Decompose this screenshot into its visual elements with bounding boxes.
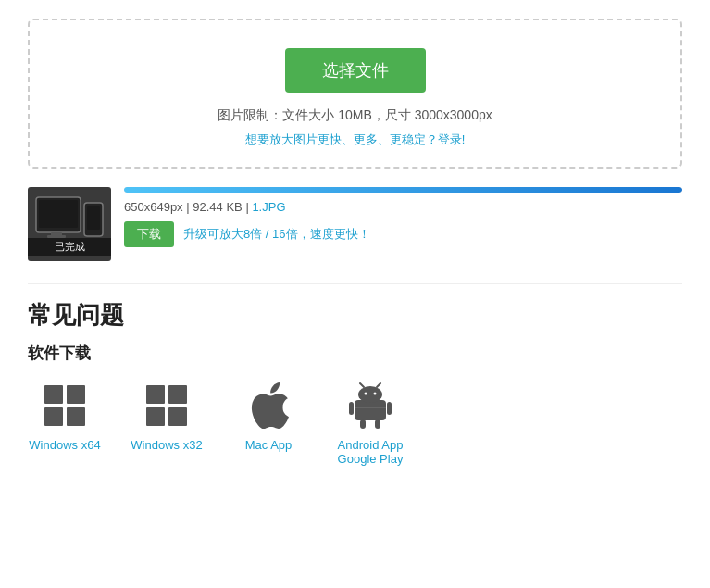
android-app-label: Android App Google Play [338,438,404,466]
svg-rect-1 [39,200,78,228]
svg-point-8 [365,393,367,395]
windows-x32-icon [142,381,192,431]
file-meta: 650x649px | 92.44 KB | 1.JPG [124,200,682,214]
svg-rect-12 [349,402,354,415]
download-button[interactable]: 下载 [124,221,174,247]
file-name-link[interactable]: 1.JPG [252,200,285,214]
svg-point-7 [358,386,382,403]
app-item-windows-x32[interactable]: Windows x32 [130,381,204,452]
page-wrapper: 选择文件 图片限制：文件大小 10MB，尺寸 3000x3000px 想要放大图… [0,0,710,588]
windows-x32-label: Windows x32 [131,438,202,452]
mac-app-label: Mac App [245,438,293,452]
upload-login-link[interactable]: 想要放大图片更快、更多、更稳定？登录! [48,131,662,148]
upload-limit-text: 图片限制：文件大小 10MB，尺寸 3000x3000px [48,107,662,124]
svg-line-11 [377,383,380,387]
file-info: 650x649px | 92.44 KB | 1.JPG 下载 升级可放大8倍 … [124,187,682,247]
file-item: 已完成 650x649px | 92.44 KB | 1.JPG 下载 升级可放… [28,187,682,261]
upload-button[interactable]: 选择文件 [285,48,426,93]
file-actions: 下载 升级可放大8倍 / 16倍，速度更快！ [124,221,682,247]
file-size: 92.44 KB [193,200,243,214]
svg-rect-6 [355,400,386,420]
file-dimensions: 650x649px [124,200,183,214]
svg-point-9 [374,393,377,395]
app-grid: Windows x64 Windows x32 [28,381,682,466]
app-item-mac[interactable]: Mac App [231,381,305,452]
windows-x64-icon [40,381,90,431]
progress-bar-bg [124,187,682,193]
svg-rect-13 [387,402,392,415]
file-thumbnail: 已完成 [28,187,111,261]
svg-line-10 [360,383,364,387]
upload-area: 选择文件 图片限制：文件大小 10MB，尺寸 3000x3000px 想要放大图… [28,19,682,169]
upgrade-text: 升级可放大8倍 / 16倍，速度更快！ [183,226,370,243]
app-item-android[interactable]: Android App Google Play [333,381,407,466]
android-app-icon [345,381,395,431]
svg-rect-3 [87,206,100,230]
app-item-windows-x64[interactable]: Windows x64 [28,381,102,452]
software-download-title: 软件下载 [28,343,682,364]
thumb-status-label: 已完成 [28,238,111,256]
svg-rect-15 [375,419,380,429]
svg-rect-14 [360,419,366,429]
windows-x64-label: Windows x64 [29,438,100,452]
progress-bar [124,187,682,193]
divider [28,283,682,284]
faq-title: 常见问题 [28,299,682,332]
mac-app-icon [243,381,293,431]
